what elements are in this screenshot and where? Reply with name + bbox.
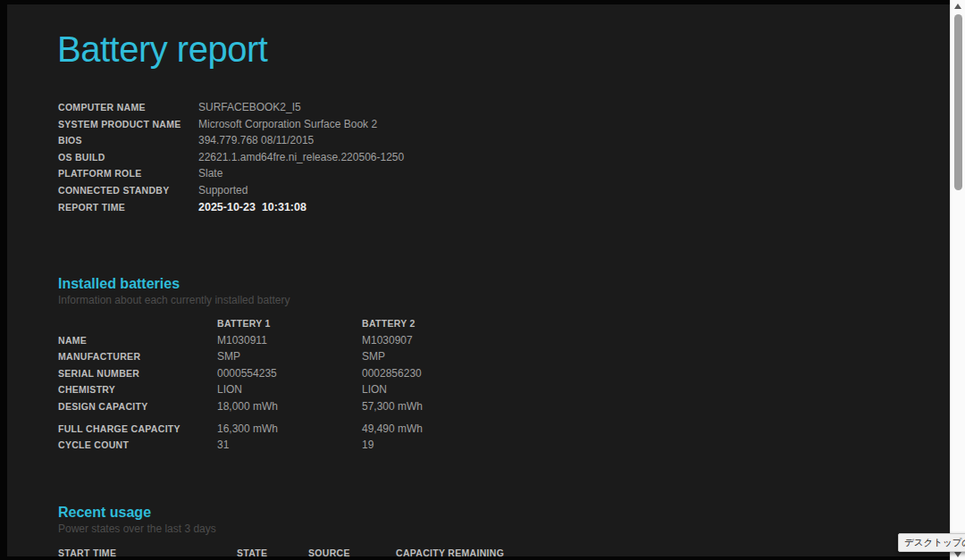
- system-info-row: PLATFORM ROLE Slate: [58, 165, 404, 182]
- report-time-value: 2025-10-23 10:31:08: [198, 199, 404, 216]
- battery-2-value: 49,490 mWh: [362, 421, 423, 438]
- battery-2-value: M1030907: [362, 332, 423, 349]
- battery-2-value: 19: [362, 437, 423, 454]
- battery-table-row: DESIGN CAPACITY 18,000 mWh 57,300 mWh: [58, 398, 423, 415]
- column-header-battery-2: BATTERY 2: [362, 315, 423, 332]
- system-info-row: SYSTEM PRODUCT NAME Microsoft Corporatio…: [58, 116, 404, 133]
- row-label: COMPUTER NAME: [58, 99, 198, 116]
- row-value: Microsoft Corporation Surface Book 2: [198, 116, 404, 133]
- battery-1-value: 31: [217, 437, 362, 454]
- column-header-battery-1: BATTERY 1: [217, 315, 362, 332]
- recent-usage-subtitle: Power states over the last 3 days: [58, 522, 216, 535]
- row-label: CHEMISTRY: [58, 381, 217, 398]
- row-label: SERIAL NUMBER: [58, 365, 217, 382]
- system-info-row: CONNECTED STANDBY Supported: [58, 182, 404, 199]
- battery-table-row: CYCLE COUNT 31 19: [58, 437, 423, 454]
- row-label: FULL CHARGE CAPACITY: [58, 421, 217, 438]
- column-header-source: SOURCE: [308, 546, 396, 556]
- battery-table-header: BATTERY 1 BATTERY 2: [58, 315, 423, 332]
- recent-usage-title: Recent usage: [58, 504, 151, 522]
- row-value: 22621.1.amd64fre.ni_release.220506-1250: [198, 149, 404, 166]
- row-value: Supported: [198, 182, 404, 199]
- battery-1-value: M1030911: [217, 332, 362, 349]
- battery-2-value: 0002856230: [362, 365, 423, 382]
- row-label: DESIGN CAPACITY: [58, 398, 217, 415]
- scroll-down-icon[interactable]: [954, 552, 961, 557]
- battery-table-row: SERIAL NUMBER 0000554235 0002856230: [58, 365, 423, 382]
- system-info-row: BIOS 394.779.768 08/11/2015: [58, 132, 404, 149]
- show-desktop-tooltip: デスクトップの表示: [898, 533, 965, 552]
- battery-table-row: FULL CHARGE CAPACITY 16,300 mWh 49,490 m…: [58, 421, 423, 438]
- vertical-scrollbar[interactable]: [950, 0, 965, 560]
- column-header-state: STATE: [237, 546, 308, 556]
- battery-2-value: LION: [362, 381, 423, 398]
- system-info-table: COMPUTER NAME SURFACEBOOK2_I5 SYSTEM PRO…: [58, 99, 404, 215]
- battery-1-value: 16,300 mWh: [217, 421, 362, 438]
- battery-2-value: 57,300 mWh: [362, 398, 423, 415]
- battery-report-page: Battery report COMPUTER NAME SURFACEBOOK…: [7, 4, 950, 556]
- row-label: SYSTEM PRODUCT NAME: [58, 116, 198, 133]
- recent-usage-header-row: START TIME STATE SOURCE CAPACITY REMAINI…: [58, 546, 938, 556]
- battery-table-row: MANUFACTURER SMP SMP: [58, 348, 423, 365]
- row-label: PLATFORM ROLE: [58, 165, 198, 182]
- row-value: SURFACEBOOK2_I5: [198, 99, 404, 116]
- row-label: CYCLE COUNT: [58, 437, 217, 454]
- battery-1-value: SMP: [217, 348, 362, 365]
- battery-2-value: SMP: [362, 348, 423, 365]
- row-label: MANUFACTURER: [58, 348, 217, 365]
- column-header-capacity-remaining: CAPACITY REMAINING: [396, 546, 938, 556]
- header-spacer: [58, 315, 217, 332]
- system-info-row: REPORT TIME 2025-10-23 10:31:08: [58, 199, 404, 216]
- battery-1-value: 18,000 mWh: [217, 398, 362, 415]
- row-label: OS BUILD: [58, 149, 198, 166]
- row-label: BIOS: [58, 132, 198, 149]
- system-info-row: OS BUILD 22621.1.amd64fre.ni_release.220…: [58, 149, 404, 166]
- battery-table-row: CHEMISTRY LION LION: [58, 381, 423, 398]
- battery-1-value: 0000554235: [217, 365, 362, 382]
- row-label: CONNECTED STANDBY: [58, 182, 198, 199]
- row-label: REPORT TIME: [58, 199, 198, 216]
- installed-batteries-subtitle: Information about each currently install…: [58, 294, 290, 306]
- row-value: 394.779.768 08/11/2015: [198, 132, 404, 149]
- battery-table-row: NAME M1030911 M1030907: [58, 332, 423, 349]
- scroll-up-icon[interactable]: [954, 4, 961, 9]
- page-title: Battery report: [57, 26, 267, 72]
- installed-batteries-table: BATTERY 1 BATTERY 2 NAME M1030911 M10309…: [58, 315, 423, 454]
- system-info-row: COMPUTER NAME SURFACEBOOK2_I5: [58, 99, 404, 116]
- scrollbar-thumb[interactable]: [954, 14, 962, 190]
- row-value: Slate: [198, 165, 404, 182]
- column-header-start-time: START TIME: [58, 546, 237, 556]
- installed-batteries-title: Installed batteries: [58, 275, 180, 293]
- row-label: NAME: [58, 332, 217, 349]
- battery-1-value: LION: [217, 381, 362, 398]
